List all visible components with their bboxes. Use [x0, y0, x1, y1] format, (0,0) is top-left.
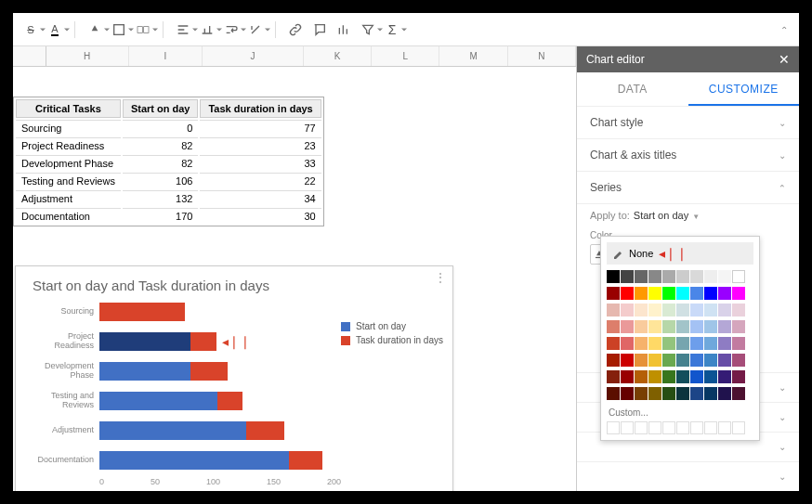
color-swatch[interactable] — [662, 354, 675, 367]
textcolor-button[interactable]: A — [45, 19, 65, 40]
color-swatch[interactable] — [732, 370, 745, 383]
filter-button[interactable] — [358, 19, 378, 40]
color-swatch[interactable] — [732, 337, 745, 350]
chart-plot-area[interactable]: SourcingProjectReadiness◂❘❘DevelopmentPh… — [25, 297, 341, 491]
palette-none-row[interactable]: None ◂❘❘ — [607, 242, 753, 265]
chart-button[interactable] — [334, 19, 354, 40]
embedded-chart[interactable]: ⋮ Start on day and Task duration in days… — [15, 265, 453, 491]
chart-bar[interactable]: Sourcing — [25, 297, 341, 327]
halign-button[interactable] — [173, 19, 193, 40]
color-swatch[interactable] — [648, 320, 661, 333]
custom-swatch-row[interactable] — [607, 421, 753, 434]
custom-color-label[interactable]: Custom... — [607, 404, 753, 421]
chart-bar[interactable]: Documentation — [25, 446, 341, 475]
color-swatch[interactable] — [607, 287, 620, 300]
color-swatch[interactable] — [690, 320, 703, 333]
color-swatch[interactable] — [635, 304, 648, 317]
color-swatch[interactable] — [676, 320, 689, 333]
color-swatch[interactable] — [676, 270, 689, 283]
section-collapsed[interactable]: ⌄ — [577, 461, 799, 491]
color-swatch[interactable] — [621, 320, 634, 333]
chart-menu-icon[interactable]: ⋮ — [434, 270, 447, 285]
color-swatch[interactable] — [662, 304, 675, 317]
color-swatch[interactable] — [718, 320, 731, 333]
color-swatch[interactable] — [732, 287, 745, 300]
rotate-button[interactable] — [245, 19, 266, 40]
color-swatch[interactable] — [648, 270, 661, 283]
color-swatch[interactable] — [621, 304, 634, 317]
color-swatch[interactable] — [704, 270, 717, 283]
color-swatch[interactable] — [607, 387, 620, 400]
color-swatch[interactable] — [718, 387, 731, 400]
collapse-toolbar-icon[interactable]: ⌃ — [780, 24, 788, 34]
color-swatch[interactable] — [704, 320, 717, 333]
color-swatch[interactable] — [621, 370, 634, 383]
color-swatch[interactable] — [607, 320, 620, 333]
color-swatch[interactable] — [662, 270, 675, 283]
color-swatch[interactable] — [690, 370, 703, 383]
color-swatch[interactable] — [704, 287, 717, 300]
color-swatch[interactable] — [648, 337, 661, 350]
color-swatch[interactable] — [690, 337, 703, 350]
color-swatch[interactable] — [662, 287, 675, 300]
close-icon[interactable]: ✕ — [779, 52, 790, 67]
color-swatch[interactable] — [607, 354, 620, 367]
color-swatch[interactable] — [662, 370, 675, 383]
color-swatch[interactable] — [690, 354, 703, 367]
color-swatch[interactable] — [635, 354, 648, 367]
color-swatch[interactable] — [662, 337, 675, 350]
color-swatch[interactable] — [732, 304, 745, 317]
color-swatch[interactable] — [635, 337, 648, 350]
color-swatch[interactable] — [635, 287, 648, 300]
color-swatch[interactable] — [648, 304, 661, 317]
color-swatch[interactable] — [676, 287, 689, 300]
fillcolor-button[interactable] — [85, 19, 105, 40]
color-swatch[interactable] — [718, 354, 731, 367]
color-swatch[interactable] — [635, 387, 648, 400]
color-swatch[interactable] — [690, 304, 703, 317]
color-swatch[interactable] — [621, 337, 634, 350]
borders-button[interactable] — [109, 19, 129, 40]
strikethrough-button[interactable]: S — [20, 19, 41, 40]
color-swatch[interactable] — [621, 270, 634, 283]
color-swatch[interactable] — [718, 370, 731, 383]
tab-customize[interactable]: CUSTOMIZE — [688, 72, 800, 106]
color-swatch[interactable] — [704, 354, 717, 367]
color-swatch[interactable] — [690, 287, 703, 300]
color-swatch[interactable] — [648, 387, 661, 400]
chart-bar[interactable]: DevelopmentPhase — [25, 356, 341, 386]
comment-button[interactable] — [309, 19, 330, 40]
chart-bar[interactable]: ProjectReadiness◂❘❘ — [25, 327, 341, 356]
color-swatch[interactable] — [718, 270, 731, 283]
section-series[interactable]: Series⌄ — [577, 171, 799, 204]
color-swatch[interactable] — [648, 354, 661, 367]
chart-bar[interactable]: Adjustment — [25, 416, 341, 446]
color-swatch[interactable] — [648, 287, 661, 300]
merge-button[interactable] — [133, 19, 153, 40]
color-swatch[interactable] — [718, 337, 731, 350]
color-swatch[interactable] — [732, 270, 745, 283]
chart-bar[interactable]: Testing andReviews — [25, 386, 341, 416]
color-swatch[interactable] — [690, 270, 703, 283]
color-swatch[interactable] — [732, 320, 745, 333]
color-swatch[interactable] — [732, 387, 745, 400]
color-swatch[interactable] — [732, 354, 745, 367]
color-swatch[interactable] — [704, 304, 717, 317]
color-swatch[interactable] — [690, 387, 703, 400]
color-swatch[interactable] — [676, 387, 689, 400]
color-swatch[interactable] — [621, 287, 634, 300]
wrap-button[interactable] — [221, 19, 242, 40]
color-swatch[interactable] — [635, 370, 648, 383]
color-swatch[interactable] — [607, 337, 620, 350]
link-button[interactable] — [285, 19, 306, 40]
color-swatch[interactable] — [662, 387, 675, 400]
color-swatch[interactable] — [662, 320, 675, 333]
color-swatch[interactable] — [676, 370, 689, 383]
color-swatch[interactable] — [676, 337, 689, 350]
color-swatch[interactable] — [718, 287, 731, 300]
color-swatch[interactable] — [607, 304, 620, 317]
color-swatch[interactable] — [635, 270, 648, 283]
section-chart-axis-titles[interactable]: Chart & axis titles⌄ — [577, 138, 799, 171]
apply-to-selector[interactable]: Apply to:Start on day▼ — [577, 204, 799, 226]
color-swatch[interactable] — [676, 354, 689, 367]
